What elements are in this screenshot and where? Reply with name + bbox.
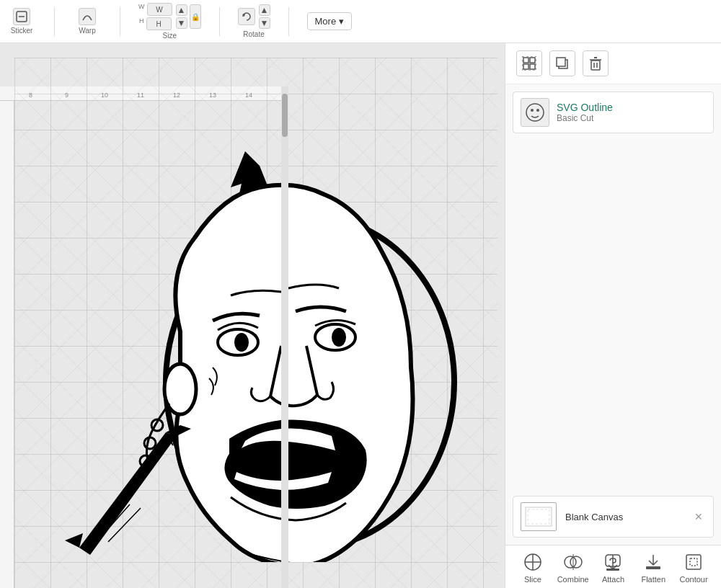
divider-2	[120, 7, 120, 36]
svg-rect-36	[646, 566, 660, 569]
contour-icon	[682, 551, 705, 574]
rotate-icon[interactable]	[238, 8, 255, 25]
warp-label: Warp	[79, 27, 96, 35]
slice-tool[interactable]: Slice	[515, 551, 551, 584]
svg-point-10	[144, 437, 156, 449]
combine-label: Combine	[557, 575, 589, 584]
panel-spacer	[505, 294, 721, 489]
close-blank-canvas-button[interactable]: ✕	[691, 508, 706, 525]
more-dropdown-icon: ▾	[339, 16, 344, 27]
height-input[interactable]: H	[146, 17, 172, 30]
sticker-label: Sticker	[11, 27, 33, 35]
bottom-toolbar: Slice Combine	[505, 545, 721, 588]
sticker-icon[interactable]	[13, 8, 30, 25]
svg-rect-19	[591, 61, 600, 70]
layer-name: SVG Outline	[557, 102, 706, 113]
svg-rect-37	[686, 555, 701, 569]
main-toolbar: Sticker Warp W W H H	[0, 0, 721, 43]
divider-1	[54, 7, 55, 36]
svg-rect-16	[522, 56, 536, 71]
lock-icon[interactable]: 🔒	[190, 4, 201, 29]
attach-icon	[601, 551, 624, 574]
layer-info: SVG Outline Basic Cut	[557, 102, 706, 123]
slice-label: Slice	[524, 575, 541, 584]
panel-actions	[505, 43, 721, 84]
svg-rect-38	[690, 558, 697, 566]
size-down-icon[interactable]: ▼	[176, 17, 187, 29]
size-up-icon[interactable]: ▲	[176, 4, 187, 16]
layer-item[interactable]: SVG Outline Basic Cut	[513, 92, 714, 133]
svg-rect-13	[530, 58, 535, 63]
rotate-tool[interactable]: ▲ ▼ Rotate	[238, 4, 270, 38]
right-panel: Layers Color Sync	[505, 0, 721, 588]
combine-tool[interactable]: Combine	[555, 551, 591, 584]
layers-list: SVG Outline Basic Cut	[505, 84, 721, 294]
svg-point-7	[332, 328, 346, 347]
contour-label: Contour	[680, 575, 708, 584]
scrollbar[interactable]	[281, 86, 288, 588]
layer-thumbnail	[521, 98, 549, 127]
svg-rect-27	[526, 507, 552, 526]
width-input[interactable]: W	[147, 3, 172, 16]
blank-canvas-thumbnail	[521, 502, 557, 531]
rotate-label: Rotate	[243, 30, 264, 38]
blank-canvas-label: Blank Canvas	[565, 512, 623, 522]
warp-tool[interactable]: Warp	[73, 8, 102, 35]
slice-icon	[521, 551, 544, 574]
svg-rect-12	[523, 58, 528, 63]
svg-point-26	[536, 109, 539, 112]
blank-canvas-item[interactable]: Blank Canvas ✕	[513, 496, 714, 538]
contour-tool[interactable]: Contour	[676, 551, 712, 584]
divider-3	[219, 7, 220, 36]
combine-icon	[562, 551, 585, 574]
size-tool[interactable]: W W H H ▲ ▼ 🔒 Size	[138, 3, 201, 40]
attach-tool[interactable]: Attach	[595, 551, 631, 584]
size-label: Size	[163, 32, 177, 40]
svg-rect-15	[530, 64, 535, 69]
svg-rect-14	[523, 64, 528, 69]
flatten-tool[interactable]: Flatten	[635, 551, 671, 584]
svg-rect-18	[557, 58, 565, 66]
svg-point-8	[164, 364, 196, 414]
svg-point-5	[234, 333, 249, 352]
layer-type: Basic Cut	[557, 113, 706, 123]
more-button[interactable]: More ▾	[307, 12, 353, 30]
canvas-area[interactable]: 8 9 10 11 12 13 14 15	[0, 43, 505, 588]
svg-point-24	[526, 104, 544, 121]
svg-rect-35	[606, 569, 619, 571]
svg-point-25	[531, 109, 534, 112]
group-button[interactable]	[516, 50, 542, 76]
more-label: More	[315, 16, 337, 27]
duplicate-button[interactable]	[549, 50, 575, 76]
rotate-up-icon[interactable]: ▲	[259, 4, 270, 16]
scrollbar-thumb[interactable]	[282, 94, 288, 137]
flatten-label: Flatten	[641, 575, 665, 584]
delete-button[interactable]	[583, 50, 609, 76]
svg-artwork[interactable]	[36, 130, 483, 562]
sticker-tool[interactable]: Sticker	[7, 8, 36, 35]
blank-canvas-area: Blank Canvas ✕	[505, 489, 721, 545]
rotate-down-icon[interactable]: ▼	[259, 17, 270, 29]
warp-icon[interactable]	[79, 8, 96, 25]
ruler-left	[0, 101, 14, 588]
attach-label: Attach	[602, 575, 624, 584]
flatten-icon	[642, 551, 665, 574]
divider-4	[288, 7, 289, 36]
